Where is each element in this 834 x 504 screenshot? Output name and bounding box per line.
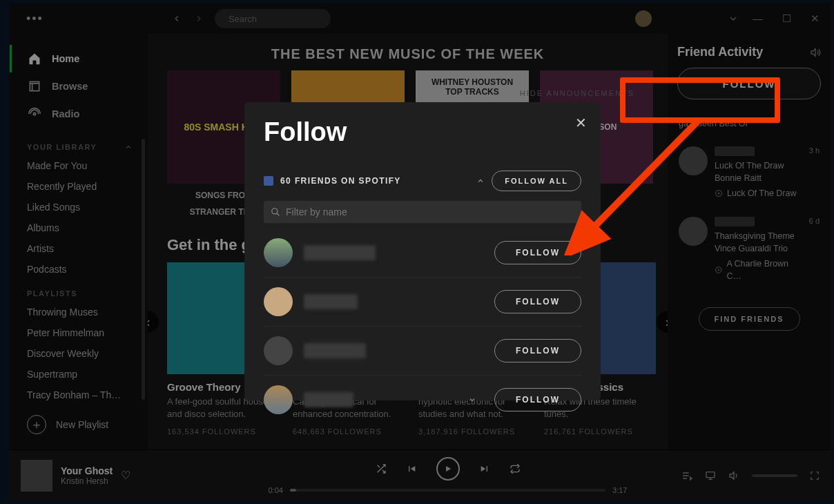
follow-modal: ✕ Follow 60 FRIENDS ON SPOTIFY FOLLOW AL… <box>244 102 601 400</box>
friend-avatar <box>264 336 293 365</box>
follow-all-button[interactable]: FOLLOW ALL <box>492 171 581 191</box>
friend-name-redacted <box>304 294 358 309</box>
facebook-icon <box>264 176 273 186</box>
friend-row: FOLLOW <box>264 229 581 278</box>
friend-name-redacted <box>304 245 376 260</box>
follow-button[interactable]: FOLLOW <box>494 388 581 411</box>
friend-row: FOLLOW <box>264 278 581 327</box>
friend-avatar <box>264 238 293 267</box>
follow-button[interactable]: FOLLOW <box>494 290 581 313</box>
close-button[interactable]: ✕ <box>575 115 587 131</box>
friend-row: FOLLOW <box>264 376 581 424</box>
search-icon <box>271 207 280 217</box>
friend-avatar <box>264 287 293 316</box>
friend-name-redacted <box>304 343 366 358</box>
modal-title: Follow <box>264 117 581 147</box>
scroll-down-icon[interactable] <box>468 396 476 404</box>
follow-button[interactable]: FOLLOW <box>494 339 581 362</box>
friends-count: 60 FRIENDS ON SPOTIFY <box>264 176 401 186</box>
scroll-up-icon[interactable] <box>476 177 485 185</box>
friend-row: FOLLOW <box>264 327 581 376</box>
friend-avatar <box>264 385 293 414</box>
filter-input[interactable] <box>286 206 574 217</box>
svg-point-7 <box>272 209 278 214</box>
friend-name-redacted <box>304 392 353 407</box>
filter-field[interactable] <box>264 201 581 223</box>
follow-button[interactable]: FOLLOW <box>494 241 581 264</box>
